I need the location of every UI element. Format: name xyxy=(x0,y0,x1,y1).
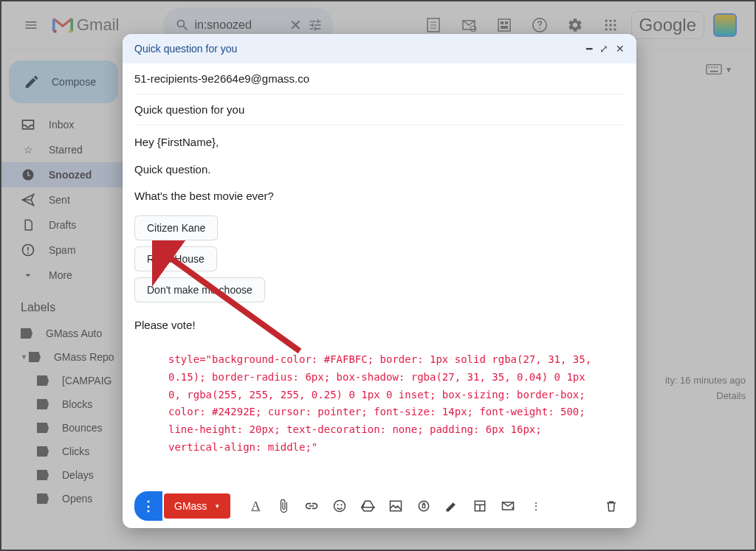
image-icon[interactable] xyxy=(382,493,409,519)
style-code: style="background-color: #FAFBFC; border… xyxy=(134,344,625,457)
search-options-icon[interactable] xyxy=(305,18,326,32)
svg-rect-6 xyxy=(501,21,504,24)
option-dont-choose[interactable]: Don't make me choose xyxy=(134,277,265,302)
google-wordmark[interactable]: Google xyxy=(631,11,704,39)
drafts-icon xyxy=(21,218,35,232)
attach-icon[interactable] xyxy=(270,493,297,519)
tag-icon xyxy=(21,328,32,339)
svg-rect-28 xyxy=(717,66,718,68)
svg-rect-7 xyxy=(505,21,508,24)
svg-point-31 xyxy=(337,504,339,505)
sent-icon xyxy=(21,193,35,207)
svg-point-30 xyxy=(334,501,346,512)
emoji-icon[interactable] xyxy=(326,493,353,519)
svg-rect-25 xyxy=(709,66,710,68)
tag-icon xyxy=(21,352,41,362)
gmass-button[interactable]: GMass xyxy=(164,493,230,519)
star-icon: ☆ xyxy=(21,144,35,156)
option-road-house[interactable]: Road House xyxy=(134,246,217,271)
confidential-icon[interactable] xyxy=(410,493,437,519)
spam-icon xyxy=(21,243,35,257)
svg-point-19 xyxy=(614,28,616,30)
gmail-logo[interactable]: Gmail xyxy=(52,15,119,35)
signature-icon[interactable] xyxy=(439,493,465,519)
svg-point-15 xyxy=(609,24,611,26)
tag-icon xyxy=(37,375,49,386)
svg-rect-24 xyxy=(707,65,721,74)
svg-point-10 xyxy=(539,27,540,29)
gmail-text: Gmail xyxy=(77,15,119,35)
clear-search-icon[interactable]: ✕ xyxy=(286,16,305,34)
svg-point-4 xyxy=(470,26,476,32)
schedule-icon[interactable] xyxy=(495,493,521,519)
discard-icon[interactable] xyxy=(598,493,625,519)
minimize-icon[interactable]: ━ xyxy=(586,43,592,55)
template-icon[interactable] xyxy=(467,493,493,519)
svg-point-16 xyxy=(614,24,616,26)
compose-window: Quick question for you ━ ⤢ ✕ 51-recipien… xyxy=(123,34,636,528)
svg-point-18 xyxy=(609,28,611,30)
subject-field[interactable]: Quick question for you xyxy=(134,94,625,125)
svg-point-11 xyxy=(605,19,607,21)
fullscreen-icon[interactable]: ⤢ xyxy=(599,43,608,55)
tag-icon xyxy=(37,493,49,504)
svg-rect-29 xyxy=(710,71,718,72)
activity-text: ity: 16 minutes ago xyxy=(665,373,746,389)
svg-point-32 xyxy=(341,504,343,505)
recipient-field[interactable]: 51-recipients-9e2664e9@gmass.co xyxy=(134,63,625,94)
more-icon[interactable]: ⋮ xyxy=(523,493,549,519)
svg-point-14 xyxy=(605,24,607,26)
tag-icon xyxy=(37,470,49,480)
account-avatar[interactable] xyxy=(713,13,737,37)
option-citizen-kane[interactable]: Citizen Kane xyxy=(134,215,218,240)
svg-rect-35 xyxy=(423,505,425,507)
compose-label: Compose xyxy=(52,76,96,88)
format-icon[interactable]: A xyxy=(242,493,269,519)
expand-icon xyxy=(21,269,35,281)
tag-icon xyxy=(37,423,49,433)
link-icon[interactable] xyxy=(298,493,325,519)
tag-icon xyxy=(37,399,49,409)
svg-rect-26 xyxy=(711,66,712,68)
search-icon[interactable] xyxy=(171,18,194,32)
compose-title: Quick question for you xyxy=(134,43,237,55)
compose-button[interactable]: Compose xyxy=(9,60,118,103)
send-button[interactable]: ⋮ xyxy=(134,491,162,521)
details-link[interactable]: Details xyxy=(665,389,746,404)
svg-point-17 xyxy=(605,28,607,30)
svg-point-13 xyxy=(614,19,616,21)
svg-rect-27 xyxy=(714,66,715,68)
search-input[interactable] xyxy=(194,18,286,32)
tag-icon xyxy=(37,446,49,457)
clock-icon xyxy=(21,167,35,182)
compose-body[interactable]: Hey {FirstName}, Quick question. What's … xyxy=(134,125,625,465)
svg-point-12 xyxy=(609,19,611,21)
svg-rect-8 xyxy=(501,26,508,29)
input-tools[interactable]: ▼ xyxy=(706,63,732,75)
chevron-down-icon: ▼ xyxy=(725,66,732,74)
svg-rect-5 xyxy=(498,19,510,31)
close-icon[interactable]: ✕ xyxy=(616,43,625,55)
main-menu-button[interactable] xyxy=(13,7,49,43)
drive-icon[interactable] xyxy=(354,493,381,519)
inbox-icon xyxy=(21,117,35,132)
svg-rect-33 xyxy=(391,501,402,510)
svg-point-23 xyxy=(27,252,29,254)
